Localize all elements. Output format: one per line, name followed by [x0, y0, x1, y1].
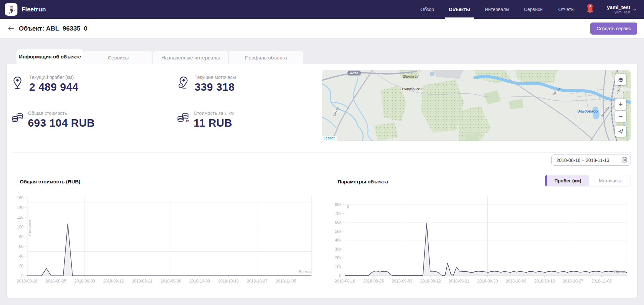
- svg-text:Время: Время: [614, 269, 626, 274]
- map-layers-button[interactable]: [615, 74, 626, 85]
- svg-text:Стоимость: Стоимость: [28, 218, 32, 236]
- stat-cost-per-km: km Стоимость за 1 км 11 RUB: [177, 111, 234, 129]
- svg-text:2018-11-05: 2018-11-05: [276, 279, 296, 284]
- chevron-down-icon: [633, 6, 637, 12]
- nav-item-objects[interactable]: Объекты: [441, 0, 477, 19]
- parameter-toggle: Пробег (км) Моточасы: [545, 175, 631, 186]
- brand-name: Fleetrun: [21, 6, 46, 13]
- svg-text:2018-08-25: 2018-08-25: [363, 279, 384, 284]
- svg-text:km: km: [186, 119, 189, 123]
- svg-text:2018-08-25: 2018-08-25: [46, 279, 66, 284]
- calendar-icon: [622, 157, 627, 164]
- stat-label: Общая стоимость: [28, 111, 95, 116]
- svg-text:60k: 60k: [335, 220, 342, 225]
- create-service-button[interactable]: Создать сервис: [590, 23, 637, 35]
- notifications-count-badge: 3: [587, 4, 593, 9]
- toggle-mileage[interactable]: Пробег (км): [547, 175, 589, 186]
- map-zoom-out-button[interactable]: −: [615, 111, 626, 122]
- svg-text:2018-10-18: 2018-10-18: [218, 279, 239, 284]
- date-range-picker[interactable]: 2018-08-16 – 2018-11-13: [551, 155, 631, 166]
- engine-hours-pin-icon: [178, 75, 190, 93]
- svg-text:50k: 50k: [335, 229, 342, 234]
- svg-text:А-260: А-260: [350, 72, 358, 75]
- date-range-value: 2018-08-16 – 2018-11-13: [556, 158, 609, 163]
- svg-text:2018-11-05: 2018-11-05: [591, 279, 612, 284]
- svg-text:140: 140: [17, 205, 23, 210]
- user-account: yami_test: [607, 10, 630, 14]
- cost-per-km-coins-icon: km: [177, 111, 189, 129]
- tab-object-info[interactable]: Информация об объекте: [16, 49, 84, 64]
- svg-text:10k: 10k: [335, 265, 342, 269]
- object-info-card: Текущий пробег (км) 2 489 944 Текущие мо…: [7, 64, 637, 298]
- svg-text:2018-10-27: 2018-10-27: [563, 279, 584, 284]
- svg-text:0: 0: [339, 273, 341, 278]
- object-title-bar: Объект: ABL_96335_0 Создать сервис: [0, 19, 644, 38]
- map-locate-button[interactable]: [615, 126, 626, 137]
- svg-text:70k: 70k: [335, 211, 342, 216]
- svg-text:60: 60: [19, 244, 24, 249]
- svg-text:120: 120: [17, 215, 23, 220]
- stat-current-mileage: Текущий пробег (км) 2 489 944: [13, 75, 79, 93]
- svg-text:80k: 80k: [335, 202, 342, 207]
- stat-value: 11 RUB: [194, 117, 234, 129]
- svg-text:км: км: [346, 205, 350, 209]
- svg-text:2018-08-16: 2018-08-16: [17, 279, 38, 284]
- object-tabs: Информация об объекте Сервисы Назначенны…: [7, 49, 637, 64]
- svg-text:2018-09-12: 2018-09-12: [103, 279, 124, 284]
- svg-text:2018-09-21: 2018-09-21: [132, 279, 153, 284]
- svg-text:2018-10-18: 2018-10-18: [534, 279, 555, 284]
- user-name: yami_test: [607, 4, 630, 10]
- main-nav: Обзор Объекты Интервалы Сервисы Отчеты 3…: [413, 0, 637, 19]
- svg-text:2018-09-30: 2018-09-30: [477, 279, 498, 284]
- total-cost-chart[interactable]: 0204060801001201401602018-08-162018-08-2…: [16, 193, 312, 287]
- svg-text:Октябрьский: Октябрьский: [402, 87, 424, 91]
- svg-text:2018-10-09: 2018-10-09: [506, 279, 527, 284]
- nav-item-reports[interactable]: Отчеты: [551, 0, 582, 19]
- stat-label: Текущие моточасы: [195, 75, 236, 80]
- tab-services[interactable]: Сервисы: [84, 51, 152, 64]
- page-title: Объект: ABL_96335_0: [19, 25, 88, 32]
- svg-text:20k: 20k: [335, 256, 342, 260]
- stat-engine-hours: Текущие моточасы 339 318: [178, 75, 236, 93]
- svg-text:0: 0: [21, 273, 23, 278]
- svg-text:2018-10-09: 2018-10-09: [189, 279, 210, 284]
- svg-text:20: 20: [19, 264, 24, 268]
- notifications-bell-icon[interactable]: 3: [587, 6, 594, 13]
- section-divider: [12, 152, 632, 152]
- svg-text:Эльдорадо: Эльдорадо: [577, 109, 598, 113]
- stat-label: Текущий пробег (км): [29, 75, 79, 80]
- svg-text:2018-09-03: 2018-09-03: [75, 279, 95, 284]
- mileage-pin-icon: [13, 75, 25, 93]
- nav-item-services[interactable]: Сервисы: [516, 0, 551, 19]
- toggle-engine-hours[interactable]: Моточасы: [589, 175, 631, 186]
- map-zoom-in-button[interactable]: +: [615, 99, 626, 110]
- user-menu[interactable]: yami_test yami_test: [607, 4, 637, 14]
- stat-label: Стоимость за 1 км: [194, 111, 234, 116]
- object-parameters-chart[interactable]: 010k20k30k40k50k60k70k80k2018-08-162018-…: [335, 193, 631, 287]
- tab-object-profile[interactable]: Профиль объекта: [229, 51, 303, 64]
- stat-value: 693 104 RUB: [28, 117, 95, 129]
- nav-item-overview[interactable]: Обзор: [413, 0, 441, 19]
- svg-text:40k: 40k: [335, 238, 342, 243]
- tab-assigned-intervals[interactable]: Назначенные интервалы: [153, 51, 228, 64]
- leaflet-attribution[interactable]: Leaflet: [322, 136, 337, 141]
- app-header: Fleetrun Обзор Объекты Интервалы Сервисы…: [0, 0, 644, 19]
- svg-text:80: 80: [19, 234, 24, 239]
- nav-item-intervals[interactable]: Интервалы: [477, 0, 516, 19]
- cost-chart-title: Общая стоимость (RUB): [20, 179, 80, 184]
- svg-text:160: 160: [17, 195, 23, 200]
- stat-value: 2 489 944: [29, 81, 79, 93]
- total-cost-coins-icon: [11, 111, 23, 129]
- svg-text:2018-08-16: 2018-08-16: [335, 279, 355, 284]
- stat-value: 339 318: [195, 81, 236, 93]
- object-location-map[interactable]: А-260Шахта 17Октябрьский60Н-5160К-3360К-…: [322, 70, 631, 141]
- svg-text:Время: Время: [299, 269, 311, 274]
- svg-text:2018-09-30: 2018-09-30: [161, 279, 182, 284]
- back-arrow-icon[interactable]: [7, 24, 15, 33]
- svg-text:40: 40: [19, 254, 24, 259]
- stat-total-cost: Общая стоимость 693 104 RUB: [11, 111, 95, 129]
- svg-text:2018-09-21: 2018-09-21: [449, 279, 469, 284]
- svg-text:Шахта 17: Шахта 17: [403, 75, 419, 78]
- svg-text:2018-10-27: 2018-10-27: [247, 279, 268, 284]
- fleetrun-logo-icon: [5, 3, 17, 16]
